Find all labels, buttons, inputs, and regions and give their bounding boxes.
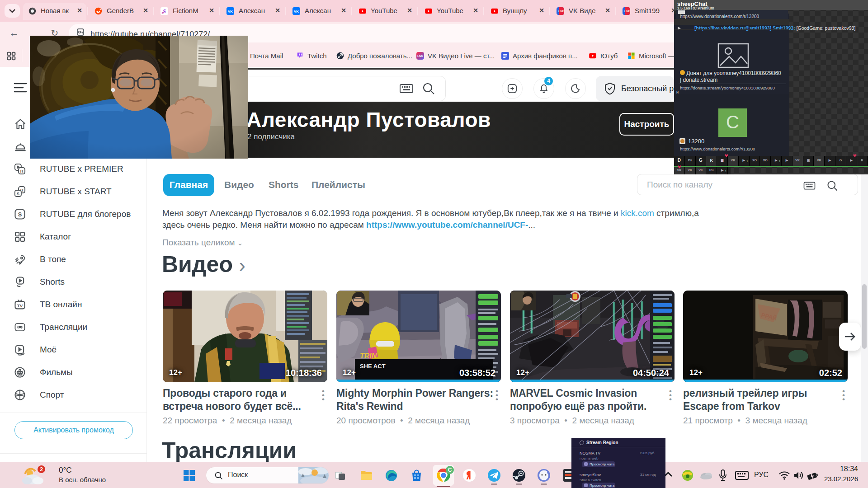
svg-text:R: R <box>20 169 24 174</box>
svg-text:VK: VK <box>228 9 233 14</box>
svg-text:TRIN: TRIN <box>360 352 377 360</box>
svg-text:VK: VK <box>294 9 299 14</box>
svg-text:LIVE: LIVE <box>558 10 564 13</box>
svg-text:LIVE: LIVE <box>417 55 423 57</box>
svg-text:S: S <box>18 211 22 218</box>
svg-text:LIVE: LIVE <box>624 10 630 13</box>
svg-text:SHE ACT: SHE ACT <box>360 363 386 370</box>
svg-text:TV: TV <box>17 303 23 308</box>
svg-text:S: S <box>17 192 19 196</box>
